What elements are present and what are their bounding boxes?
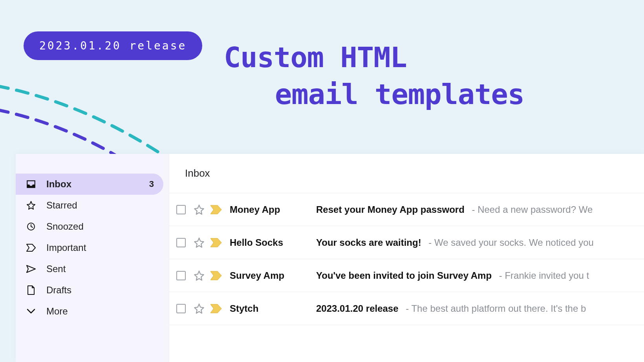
- chevron-down-icon: [25, 309, 37, 314]
- sidebar-item-label: More: [46, 306, 154, 317]
- email-preview: Frankie invited you t: [496, 270, 589, 281]
- clock-icon: [25, 222, 37, 231]
- email-preview: We saved your socks. We noticed you: [426, 237, 594, 248]
- row-important-icon[interactable]: [210, 238, 222, 247]
- headline: Custom HTML email templates: [224, 39, 524, 113]
- sidebar-item-label: Important: [46, 242, 154, 253]
- inbox-icon: [25, 179, 37, 189]
- email-row[interactable]: Survey Amp You've been invited to join S…: [169, 259, 644, 292]
- sidebar-item-label: Starred: [46, 200, 154, 211]
- draft-icon: [25, 285, 37, 295]
- sidebar-item-label: Drafts: [46, 285, 154, 296]
- sidebar-item-label: Inbox: [46, 179, 140, 190]
- email-list-panel: Inbox Money App Reset your Money App pas…: [169, 154, 644, 362]
- email-preview: Need a new password? We: [469, 204, 593, 215]
- important-icon: [25, 243, 37, 252]
- sidebar-item-count: 3: [149, 179, 154, 189]
- row-important-icon[interactable]: [210, 304, 222, 313]
- sidebar-item-starred[interactable]: Starred: [16, 195, 163, 216]
- sidebar-item-more[interactable]: More: [16, 301, 163, 322]
- row-important-icon[interactable]: [210, 271, 222, 280]
- email-preview: The best auth platform out there. It's t…: [403, 303, 586, 314]
- email-subject: 2023.01.20 release: [316, 303, 399, 314]
- sidebar-item-important[interactable]: Important: [16, 237, 163, 258]
- email-sender: Hello Socks: [230, 237, 316, 248]
- sidebar-item-label: Snoozed: [46, 221, 154, 232]
- row-checkbox[interactable]: [176, 238, 186, 247]
- star-icon: [25, 201, 37, 210]
- sidebar-item-label: Sent: [46, 263, 154, 274]
- row-star-icon[interactable]: [194, 204, 205, 215]
- list-header: Inbox: [169, 154, 644, 193]
- sidebar-item-drafts[interactable]: Drafts: [16, 280, 163, 301]
- mail-client: Inbox 3 Starred Snoozed Important: [16, 154, 644, 362]
- email-subject: Reset your Money App password: [316, 204, 465, 215]
- send-icon: [25, 265, 37, 273]
- row-checkbox[interactable]: [176, 205, 186, 214]
- release-badge: 2023.01.20 release: [24, 31, 202, 60]
- row-checkbox[interactable]: [176, 271, 186, 280]
- email-sender: Money App: [230, 204, 316, 215]
- email-sender: Survey Amp: [230, 270, 316, 281]
- row-star-icon[interactable]: [194, 270, 205, 281]
- email-sender: Stytch: [230, 303, 316, 314]
- headline-line-2: email templates: [224, 76, 524, 113]
- email-subject: Your socks are waiting!: [316, 237, 421, 248]
- row-checkbox[interactable]: [176, 304, 186, 313]
- row-star-icon[interactable]: [194, 303, 205, 314]
- headline-line-1: Custom HTML: [224, 41, 407, 74]
- email-row[interactable]: Money App Reset your Money App password …: [169, 193, 644, 226]
- sidebar-item-sent[interactable]: Sent: [16, 258, 163, 280]
- email-row[interactable]: Stytch 2023.01.20 release The best auth …: [169, 292, 644, 325]
- row-important-icon[interactable]: [210, 205, 222, 214]
- sidebar: Inbox 3 Starred Snoozed Important: [16, 154, 169, 362]
- email-row[interactable]: Hello Socks Your socks are waiting! We s…: [169, 226, 644, 259]
- sidebar-item-snoozed[interactable]: Snoozed: [16, 216, 163, 237]
- row-star-icon[interactable]: [194, 237, 205, 248]
- email-subject: You've been invited to join Survey Amp: [316, 270, 492, 281]
- sidebar-item-inbox[interactable]: Inbox 3: [16, 174, 163, 195]
